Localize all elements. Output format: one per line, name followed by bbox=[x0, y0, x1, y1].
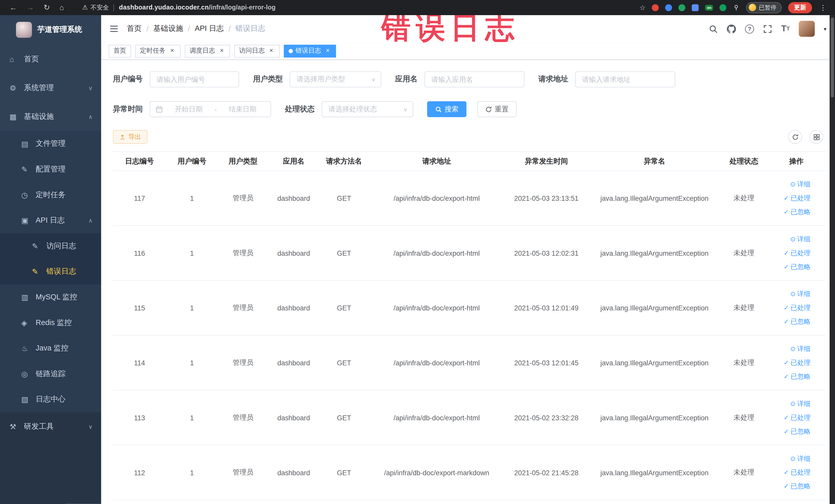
action-mark-processed[interactable]: ✓已处理 bbox=[770, 246, 811, 260]
action-mark-ignored[interactable]: ✓已忽略 bbox=[770, 424, 811, 438]
action-mark-ignored[interactable]: ✓已忽略 bbox=[770, 370, 811, 384]
paused-badge[interactable]: 已暂停 bbox=[746, 2, 782, 13]
hamburger-icon[interactable] bbox=[109, 24, 119, 33]
check-icon: ✓ bbox=[784, 263, 789, 270]
sidebar-item-redis-monitor[interactable]: ◈Redis 监控 bbox=[0, 310, 101, 336]
action-mark-ignored[interactable]: ✓已忽略 bbox=[770, 479, 811, 493]
close-icon[interactable]: × bbox=[169, 47, 176, 55]
sidebar-item-config-management[interactable]: ✎配置管理 bbox=[0, 157, 101, 182]
sidebar-item-log-center[interactable]: ▧日志中心 bbox=[0, 387, 101, 412]
action-mark-processed[interactable]: ✓已处理 bbox=[770, 356, 811, 370]
sidebar-item-system-management[interactable]: ⚙系统管理∨ bbox=[0, 74, 101, 102]
omnibox-divider bbox=[114, 4, 114, 11]
error-log-icon: ✎ bbox=[32, 267, 44, 276]
font-size-icon[interactable]: TT bbox=[781, 24, 790, 33]
sidebar-item-scheduled-tasks[interactable]: ◷定时任务 bbox=[0, 182, 101, 208]
table-row: 1161管理员dashboardGET/api/infra/db-doc/exp… bbox=[113, 226, 826, 281]
action-detail[interactable]: ⊙详细 bbox=[770, 233, 811, 246]
page-content: 用户编号 用户类型 请选择用户类型 ∨ 应用名 bbox=[101, 60, 835, 504]
github-icon[interactable] bbox=[727, 24, 736, 33]
column-settings-button[interactable] bbox=[809, 130, 823, 144]
extension-icon-green[interactable] bbox=[679, 4, 686, 11]
close-icon[interactable]: × bbox=[268, 47, 275, 55]
puzzle-icon[interactable] bbox=[692, 4, 699, 11]
sidebar-item-mysql-monitor[interactable]: ▥MySQL 监控 bbox=[0, 284, 101, 310]
action-label: 详细 bbox=[797, 236, 811, 243]
tab-error-log[interactable]: 错误日志× bbox=[284, 44, 336, 57]
home-button[interactable]: ⌂ bbox=[60, 4, 64, 11]
action-detail[interactable]: ⊙详细 bbox=[770, 287, 811, 301]
back-button[interactable]: ← bbox=[9, 4, 17, 11]
process-status-select[interactable]: 请选择处理状态 ∨ bbox=[322, 101, 413, 117]
action-detail[interactable]: ⊙详细 bbox=[770, 397, 811, 411]
caret-down-icon[interactable]: ▾ bbox=[824, 26, 826, 32]
action-mark-processed[interactable]: ✓已处理 bbox=[770, 411, 811, 425]
filter-label-request-url: 请求地址 bbox=[538, 75, 568, 84]
exception-time-range[interactable]: 开始日期 - 结束日期 bbox=[150, 101, 271, 117]
breadcrumb: 首页/基础设施/API 日志/错误日志 bbox=[127, 24, 265, 33]
forward-button[interactable]: → bbox=[27, 4, 34, 11]
tab-access-log[interactable]: 访问日志× bbox=[235, 44, 280, 57]
request-url-input[interactable] bbox=[575, 72, 675, 87]
pin-icon[interactable] bbox=[733, 4, 740, 11]
action-mark-processed[interactable]: ✓已处理 bbox=[770, 191, 811, 205]
sidebar-item-file-management[interactable]: ▤文件管理 bbox=[0, 131, 101, 157]
sidebar-item-error-log[interactable]: ✎错误日志 bbox=[0, 259, 101, 284]
app-name-input[interactable] bbox=[424, 72, 524, 87]
tab-home[interactable]: 首页 bbox=[108, 44, 131, 57]
tab-schedule-log[interactable]: 调度日志× bbox=[185, 44, 230, 57]
scrollbar[interactable] bbox=[830, 15, 835, 504]
check-icon: ✓ bbox=[784, 469, 789, 476]
sidebar-item-home[interactable]: ⌂首页 bbox=[0, 45, 101, 74]
app-logo[interactable]: 芋道管理系统 bbox=[0, 15, 101, 45]
action-mark-ignored[interactable]: ✓已忽略 bbox=[770, 205, 811, 219]
action-detail[interactable]: ⊙详细 bbox=[770, 177, 811, 191]
extension-icon-leaf[interactable] bbox=[719, 4, 727, 11]
cell-actions: ⊙详细✓已处理✓已忽略 bbox=[767, 390, 825, 445]
sidebar-item-label: 系统管理 bbox=[24, 83, 54, 93]
reload-button[interactable]: ↻ bbox=[44, 4, 50, 11]
breadcrumb-item[interactable]: 首页 bbox=[127, 24, 142, 33]
search-button[interactable]: 搜索 bbox=[427, 101, 467, 117]
user-avatar[interactable] bbox=[799, 21, 815, 37]
address-bar[interactable]: ⚠ 不安全 dashboard.yudao.iocoder.cn/infra/l… bbox=[69, 3, 639, 11]
refresh-button[interactable] bbox=[788, 130, 802, 144]
sidebar-item-dev-tools[interactable]: ⚒研发工具∨ bbox=[0, 412, 101, 441]
bookmark-star-icon[interactable]: ☆ bbox=[639, 3, 646, 11]
action-detail[interactable]: ⊙详细 bbox=[770, 451, 811, 465]
update-button[interactable]: 更新 bbox=[788, 2, 812, 13]
cell-time: 2021-05-03 12:01:49 bbox=[504, 280, 589, 335]
sidebar-item-access-log[interactable]: ✎访问日志 bbox=[0, 234, 101, 259]
breadcrumb-item[interactable]: API 日志 bbox=[195, 24, 224, 33]
close-icon[interactable]: × bbox=[219, 47, 225, 55]
extension-on-badge[interactable]: on bbox=[705, 5, 713, 11]
user-id-input[interactable] bbox=[150, 72, 239, 87]
breadcrumb-item: 错误日志 bbox=[236, 24, 265, 33]
sidebar-item-api-logs[interactable]: ▣API 日志∧ bbox=[0, 208, 101, 234]
date-start-placeholder: 开始日期 bbox=[166, 104, 211, 114]
sidebar-item-label: 链路追踪 bbox=[36, 369, 65, 379]
action-mark-processed[interactable]: ✓已处理 bbox=[770, 465, 811, 479]
sidebar-item-trace[interactable]: ◎链路追踪 bbox=[0, 361, 101, 387]
export-button[interactable]: 导出 bbox=[113, 130, 148, 144]
filter-label-app-name: 应用名 bbox=[395, 75, 418, 84]
search-icon[interactable] bbox=[709, 24, 718, 33]
tab-scheduled-tasks[interactable]: 定时任务× bbox=[135, 44, 180, 57]
sidebar-item-java-monitor[interactable]: ♨Java 监控 bbox=[0, 336, 101, 361]
browser-menu-icon[interactable]: ⋮ bbox=[819, 3, 828, 11]
user-type-select[interactable]: 请选择用户类型 ∨ bbox=[290, 72, 382, 87]
cell-user-id: 1 bbox=[166, 226, 218, 281]
help-icon[interactable]: ? bbox=[745, 24, 754, 33]
extension-icon-red[interactable] bbox=[652, 4, 659, 11]
action-mark-ignored[interactable]: ✓已忽略 bbox=[770, 260, 811, 274]
breadcrumb-item[interactable]: 基础设施 bbox=[153, 24, 183, 33]
sidebar-item-infrastructure[interactable]: ▦基础设施∧ bbox=[0, 102, 101, 131]
action-detail[interactable]: ⊙详细 bbox=[770, 342, 811, 356]
extension-icon-blue[interactable] bbox=[665, 4, 672, 11]
action-mark-ignored[interactable]: ✓已忽略 bbox=[770, 315, 811, 329]
scrollbar-thumb[interactable] bbox=[831, 18, 834, 97]
reset-button[interactable]: 重置 bbox=[477, 101, 517, 117]
fullscreen-icon[interactable] bbox=[763, 24, 772, 33]
close-icon[interactable]: × bbox=[324, 47, 331, 55]
action-mark-processed[interactable]: ✓已处理 bbox=[770, 301, 811, 315]
